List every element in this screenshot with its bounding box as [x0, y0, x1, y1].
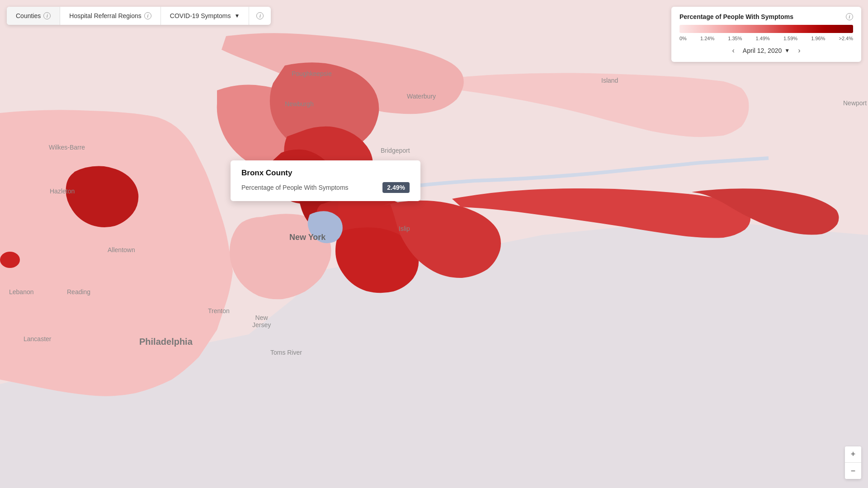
dropdown-chevron-icon: ▼ — [234, 13, 240, 19]
legend-label-0: 0% — [679, 36, 687, 41]
map-svg — [0, 0, 868, 488]
legend-date-control: ‹ April 12, 2020 ▼ › — [679, 46, 853, 56]
date-prev-button[interactable]: ‹ — [730, 46, 737, 56]
legend-title-text: Percentage of People With Symptoms — [679, 13, 793, 20]
legend-title: Percentage of People With Symptoms i — [679, 13, 853, 20]
legend-labels: 0% 1.24% 1.35% 1.49% 1.59% 1.96% >2.4% — [679, 36, 853, 41]
legend-gradient — [679, 25, 853, 33]
legend-info-icon[interactable]: i — [846, 13, 853, 20]
date-dropdown[interactable]: April 12, 2020 ▼ — [743, 47, 790, 54]
date-dropdown-chevron-icon: ▼ — [784, 47, 790, 54]
hospital-label: Hospital Referral Regions — [69, 12, 142, 19]
legend-label-1: 1.24% — [700, 36, 714, 41]
date-next-button[interactable]: › — [795, 46, 803, 56]
legend-label-5: 1.96% — [811, 36, 825, 41]
zoom-in-button[interactable]: + — [845, 446, 861, 463]
zoom-controls: + − — [845, 446, 861, 479]
legend-panel: Percentage of People With Symptoms i 0% … — [671, 7, 861, 62]
counties-info-icon[interactable]: i — [43, 12, 51, 19]
county-tooltip: Bronx County Percentage of People With S… — [231, 160, 420, 201]
extra-info-icon: i — [256, 12, 264, 19]
extra-info-button[interactable]: i — [249, 7, 271, 25]
dropdown-label: COVID-19 Symptoms — [170, 12, 231, 19]
map-container: Poughkeepsie Waterbury Wilkes-Barre Brid… — [0, 0, 868, 488]
counties-label: Counties — [16, 12, 41, 19]
legend-label-4: 1.59% — [783, 36, 797, 41]
legend-label-6: >2.4% — [839, 36, 853, 41]
covid-symptoms-dropdown[interactable]: COVID-19 Symptoms ▼ — [161, 7, 249, 25]
tooltip-metric-row: Percentage of People With Symptoms 2.49% — [241, 182, 410, 193]
hospital-regions-button[interactable]: Hospital Referral Regions i — [60, 7, 161, 25]
zoom-out-button[interactable]: − — [845, 463, 861, 479]
tooltip-county-name: Bronx County — [241, 169, 410, 178]
legend-label-2: 1.35% — [728, 36, 742, 41]
legend-label-3: 1.49% — [756, 36, 770, 41]
tooltip-metric-label: Percentage of People With Symptoms — [241, 184, 349, 191]
toolbar: Counties i Hospital Referral Regions i C… — [7, 7, 271, 25]
counties-button[interactable]: Counties i — [7, 7, 60, 25]
svg-point-1 — [0, 252, 20, 268]
hospital-info-icon[interactable]: i — [144, 12, 151, 19]
date-label: April 12, 2020 — [743, 47, 782, 54]
tooltip-metric-value: 2.49% — [382, 182, 410, 193]
